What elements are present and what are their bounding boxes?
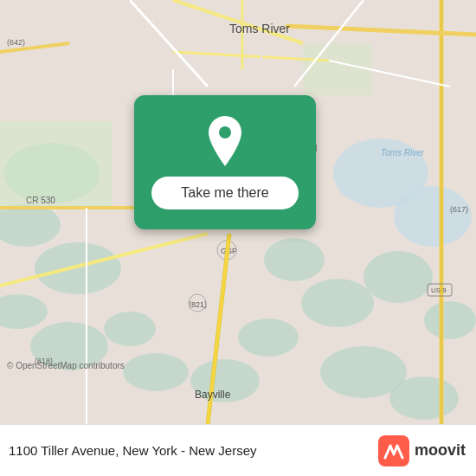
svg-text:US 9: US 9 [431,286,447,294]
svg-point-51 [219,126,231,138]
location-pin-icon [204,116,246,166]
map-attribution: © OpenStreetMap contributors [7,361,125,370]
svg-point-17 [389,376,459,420]
moovit-logo: moovit [378,435,466,466]
svg-point-12 [363,251,433,303]
svg-point-6 [104,312,156,346]
svg-point-11 [394,186,472,247]
moovit-label: moovit [415,441,466,460]
moovit-logo-icon [378,435,409,466]
svg-text:Bayville: Bayville [195,389,231,401]
svg-text:CR 530: CR 530 [26,196,55,205]
svg-text:(617): (617) [450,205,468,214]
svg-point-8 [264,238,325,281]
svg-text:(642): (642) [7,38,25,47]
svg-text:Toms River: Toms River [229,22,290,35]
svg-point-13 [424,301,476,339]
svg-text:Toms River: Toms River [381,148,425,158]
address-section: 1100 Tiller Avenue, New York - New Jerse… [9,443,257,458]
svg-rect-18 [0,121,113,208]
svg-point-7 [123,353,189,391]
map-container: CR 530 (642) (617) (618) (821) GSP Toms … [0,0,476,424]
take-me-there-button[interactable]: Take me there [151,177,299,209]
address-text: 1100 Tiller Avenue, New York - New Jerse… [9,443,257,458]
button-overlay: Take me there [134,95,316,229]
svg-rect-19 [303,43,372,95]
svg-point-14 [238,318,299,357]
bottom-bar: 1100 Tiller Avenue, New York - New Jerse… [0,424,476,476]
svg-point-9 [301,279,374,327]
svg-point-3 [35,242,121,294]
green-panel: Take me there [134,95,316,229]
